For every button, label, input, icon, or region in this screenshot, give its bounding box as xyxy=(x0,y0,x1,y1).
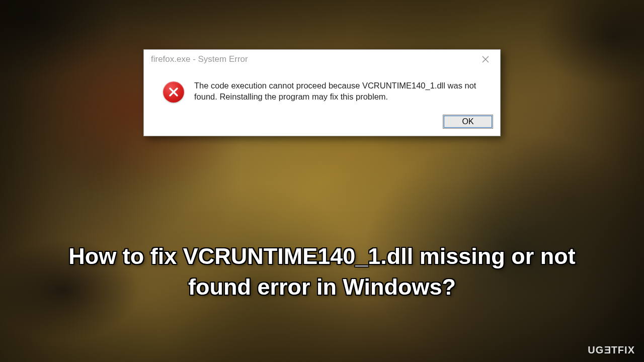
headline-text: How to fix VCRUNTIME140_1.dll missing or… xyxy=(40,241,604,303)
error-icon xyxy=(163,81,184,103)
dialog-body: The code execution cannot proceed becaus… xyxy=(144,69,500,115)
brand-watermark: UGETFIX xyxy=(588,344,635,356)
close-button[interactable] xyxy=(475,53,496,66)
system-error-dialog: firefox.exe - System Error The code exec… xyxy=(143,49,501,136)
watermark-post: TFIX xyxy=(611,344,635,355)
dialog-titlebar: firefox.exe - System Error xyxy=(144,50,500,69)
dialog-footer: OK xyxy=(144,115,500,136)
close-icon xyxy=(482,56,489,63)
article-headline: How to fix VCRUNTIME140_1.dll missing or… xyxy=(0,241,644,303)
ok-button[interactable]: OK xyxy=(443,115,493,129)
watermark-flip: E xyxy=(604,344,611,356)
watermark-pre: UG xyxy=(588,344,604,355)
dialog-message: The code execution cannot proceed becaus… xyxy=(194,79,485,103)
dialog-title: firefox.exe - System Error xyxy=(151,54,248,64)
error-icon-wrap xyxy=(163,79,184,103)
